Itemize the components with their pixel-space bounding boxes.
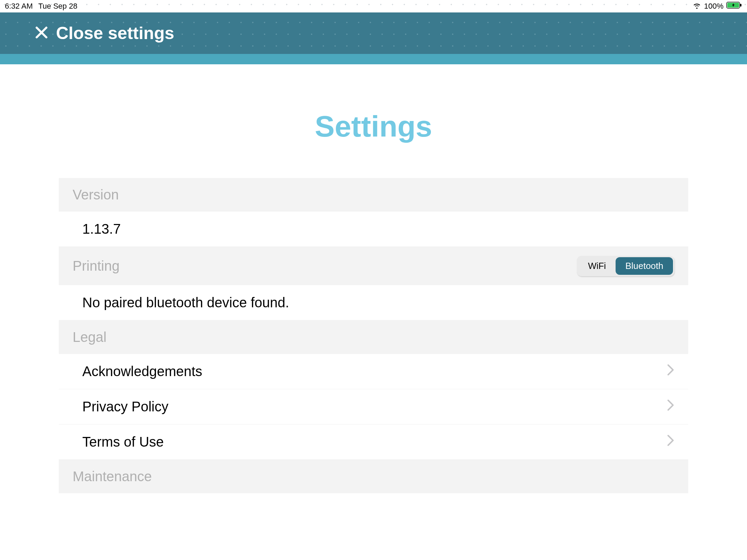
chevron-right-icon <box>667 434 674 450</box>
chevron-right-icon <box>667 364 674 379</box>
section-header-legal: Legal <box>59 320 688 354</box>
wifi-icon <box>692 2 701 11</box>
section-header-label: Maintenance <box>73 469 152 484</box>
printing-mode-segmented[interactable]: WiFi Bluetooth <box>577 256 674 276</box>
svg-rect-2 <box>740 4 741 7</box>
section-header-label: Legal <box>73 329 107 345</box>
settings-content: Settings Version 1.13.7 Printing WiFi Bl… <box>59 64 688 493</box>
section-header-label: Printing <box>73 258 120 274</box>
list-item-label: Privacy Policy <box>82 399 168 414</box>
segment-wifi[interactable]: WiFi <box>578 257 616 275</box>
printing-status-row: No paired bluetooth device found. <box>59 285 688 320</box>
version-row: 1.13.7 <box>59 212 688 247</box>
legal-row-terms[interactable]: Terms of Use <box>59 424 688 460</box>
segment-bluetooth[interactable]: Bluetooth <box>616 257 673 275</box>
accent-strip <box>0 54 747 64</box>
close-settings-button[interactable]: Close settings <box>35 23 174 43</box>
page-title: Settings <box>59 109 688 143</box>
battery-icon <box>726 1 742 11</box>
status-date: Tue Sep 28 <box>38 2 77 11</box>
chevron-right-icon <box>667 399 674 414</box>
legal-row-acknowledgements[interactable]: Acknowledgements <box>59 354 688 389</box>
close-icon <box>35 26 48 41</box>
header-bar: Close settings <box>0 12 747 54</box>
list-item-label: Terms of Use <box>82 434 164 450</box>
section-header-maintenance: Maintenance <box>59 460 688 493</box>
legal-row-privacy[interactable]: Privacy Policy <box>59 389 688 424</box>
section-header-printing: Printing WiFi Bluetooth <box>59 247 688 285</box>
battery-percent: 100% <box>704 2 723 11</box>
section-header-version: Version <box>59 178 688 212</box>
version-value: 1.13.7 <box>82 221 121 237</box>
status-bar: 6:32 AM Tue Sep 28 100% <box>0 0 747 12</box>
list-item-label: Acknowledgements <box>82 364 202 379</box>
status-time: 6:32 AM <box>5 2 33 11</box>
close-settings-label: Close settings <box>56 23 174 43</box>
printing-status-text: No paired bluetooth device found. <box>82 295 289 310</box>
section-header-label: Version <box>73 187 119 203</box>
